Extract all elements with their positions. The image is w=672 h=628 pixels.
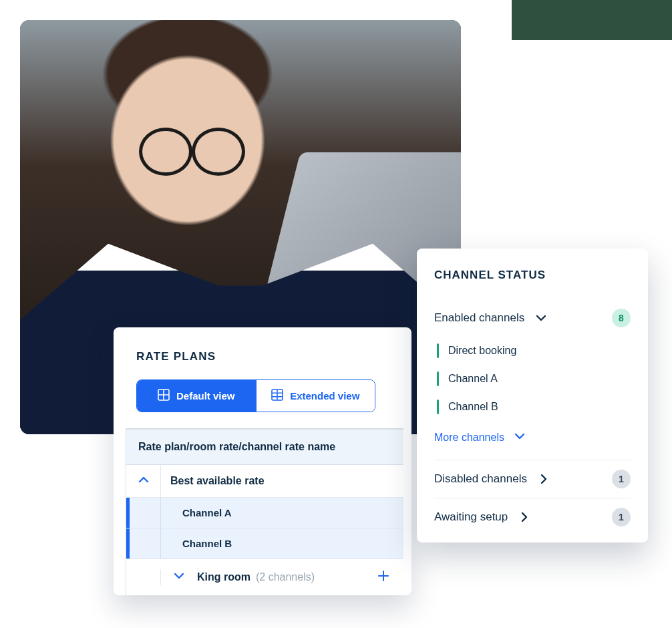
channel-name: Channel A [448, 373, 498, 385]
channel-status-title: CHANNEL STATUS [434, 269, 631, 282]
disabled-channels-row[interactable]: Disabled channels 1 [434, 460, 631, 498]
rate-plans-card: RATE PLANS Default view Extended view Ra… [114, 327, 411, 595]
default-view-label: Default view [176, 390, 235, 402]
channel-item[interactable]: Channel A [434, 365, 631, 393]
awaiting-count-badge: 1 [612, 508, 631, 526]
enabled-channels-label: Enabled channels [434, 311, 524, 325]
more-channels-button[interactable]: More channels [434, 421, 631, 460]
enabled-indicator-icon [437, 371, 439, 386]
channel-label: Channel B [161, 528, 403, 559]
room-rate-row[interactable]: King room (2 channels) [126, 559, 403, 595]
room-rate-label: King room [197, 571, 250, 583]
channel-label: Channel A [161, 498, 403, 528]
rate-plans-table-header: Rate plan/room rate/channel rate name [126, 429, 403, 465]
columns-icon [271, 389, 283, 403]
default-view-button[interactable]: Default view [137, 380, 256, 412]
disabled-count-badge: 1 [612, 470, 631, 488]
expand-toggle[interactable] [161, 570, 197, 585]
awaiting-setup-row[interactable]: Awaiting setup 1 [434, 498, 631, 536]
enabled-indicator-icon [437, 343, 439, 358]
channel-row[interactable]: Channel A [126, 498, 403, 528]
chevron-down-icon [535, 312, 547, 324]
plus-icon [377, 568, 390, 586]
channel-row[interactable]: Channel B [126, 528, 403, 559]
room-rate-count: (2 channels) [256, 571, 315, 583]
decorative-block [512, 0, 672, 40]
enabled-channels-row[interactable]: Enabled channels 8 [434, 299, 631, 337]
channel-name: Direct booking [448, 345, 516, 357]
rate-plans-table: Rate plan/room rate/channel rate name Be… [126, 428, 403, 595]
more-channels-label: More channels [434, 432, 504, 444]
chevron-down-icon [514, 430, 526, 445]
rate-plans-title: RATE PLANS [114, 350, 411, 379]
channel-item[interactable]: Channel B [434, 393, 631, 421]
channel-name: Channel B [448, 401, 498, 413]
rate-plan-row[interactable]: Best available rate [126, 465, 403, 498]
collapse-toggle[interactable] [126, 465, 161, 497]
awaiting-setup-label: Awaiting setup [434, 510, 508, 524]
chevron-right-icon [538, 473, 550, 485]
rate-plan-label: Best available rate [161, 465, 403, 497]
view-toggle: Default view Extended view [136, 379, 375, 412]
enabled-indicator-icon [437, 400, 439, 414]
disabled-channels-label: Disabled channels [434, 472, 527, 486]
channel-status-card: CHANNEL STATUS Enabled channels 8 Direct… [417, 249, 648, 542]
grid-icon [158, 389, 170, 403]
add-channel-button[interactable] [377, 569, 390, 585]
extended-view-button[interactable]: Extended view [256, 380, 375, 412]
chevron-down-icon [173, 570, 185, 585]
chevron-up-icon [138, 474, 150, 488]
enabled-count-badge: 8 [612, 309, 631, 327]
extended-view-label: Extended view [290, 390, 359, 402]
chevron-right-icon [518, 511, 530, 523]
channel-item[interactable]: Direct booking [434, 337, 631, 365]
